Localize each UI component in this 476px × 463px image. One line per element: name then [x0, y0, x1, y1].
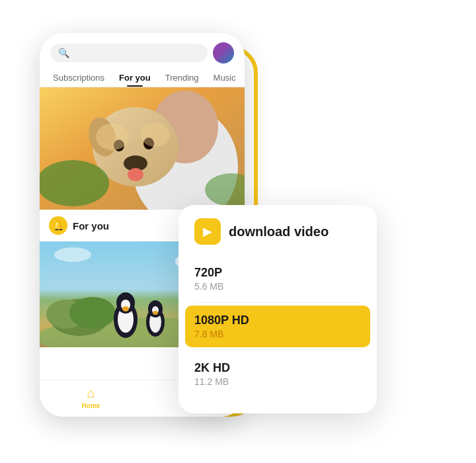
play-icon-box: ▶ [194, 218, 221, 245]
section-icon: 🔔 [49, 216, 67, 235]
home-icon: ⌂ [87, 386, 95, 401]
svg-point-9 [96, 124, 129, 150]
tab-music[interactable]: Music [207, 69, 243, 87]
home-label: Home [82, 402, 100, 409]
tab-trending[interactable]: Trending [159, 69, 206, 87]
play-icon: ▶ [203, 224, 212, 239]
svg-point-17 [69, 297, 116, 329]
nav-tabs: Subscriptions For you Trending Music Cha… [40, 69, 245, 87]
divider-1 [194, 302, 361, 303]
svg-point-27 [153, 311, 158, 315]
bottom-nav-home[interactable]: ⌂ Home [40, 386, 142, 410]
quality-1080p-size: 7.8 MB [194, 329, 361, 339]
quality-1080p-name: 1080P HD [194, 314, 361, 327]
tab-subscriptions[interactable]: Subscriptions [46, 69, 111, 87]
download-title: download video [229, 224, 329, 239]
quality-option-2k[interactable]: 2K HD 11.2 MB [194, 353, 361, 395]
scene: 🔍 Subscriptions For you Trending Music C… [40, 26, 436, 437]
section-title: For you [73, 220, 109, 232]
quality-720p-name: 720P [194, 266, 361, 280]
quality-option-720p[interactable]: 720P 5.6 MB [194, 258, 361, 300]
avatar[interactable] [213, 42, 234, 63]
svg-point-8 [128, 168, 143, 181]
tab-for-you[interactable]: For you [112, 69, 157, 87]
svg-point-22 [122, 306, 129, 312]
quality-option-1080p[interactable]: 1080P HD 7.8 MB [185, 306, 370, 347]
section-left: 🔔 For you [49, 216, 109, 235]
svg-point-10 [141, 123, 170, 147]
quality-2k-name: 2K HD [194, 361, 361, 375]
svg-point-30 [54, 247, 91, 262]
search-bar[interactable]: 🔍 [50, 44, 208, 62]
tab-chan[interactable]: Chan [244, 69, 245, 87]
search-icon: 🔍 [58, 48, 69, 58]
download-panel: ▶ download video 720P 5.6 MB 1080P HD 7.… [178, 205, 377, 413]
quality-2k-size: 11.2 MB [194, 376, 361, 387]
hero-image [40, 87, 245, 210]
phone-search-area: 🔍 [40, 33, 245, 69]
divider-2 [194, 350, 361, 351]
avatar-image [213, 42, 234, 63]
svg-point-11 [40, 160, 109, 206]
download-title-row: ▶ download video [194, 218, 361, 245]
quality-720p-size: 5.6 MB [194, 281, 361, 292]
